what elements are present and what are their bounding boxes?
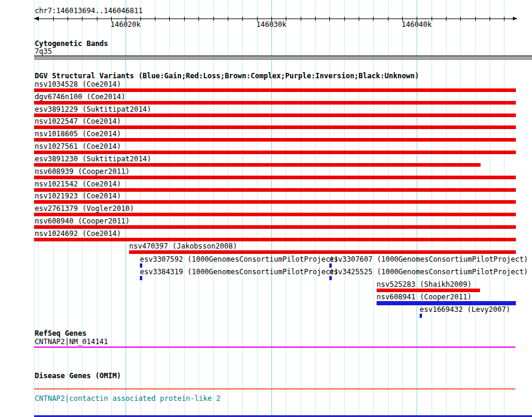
variant-tick-glyph[interactable] <box>420 314 422 318</box>
variant-label[interactable]: nsv525283 (Shaikh2009) <box>377 281 472 289</box>
ruler-tick <box>504 17 505 21</box>
gridline <box>388 0 389 417</box>
variant-label[interactable]: esv3891229 (Suktitipat2014) <box>35 106 151 114</box>
ruler-right-arrow-icon <box>513 17 517 20</box>
ruler-tick <box>198 17 199 21</box>
variant-tick-glyph[interactable] <box>329 263 332 268</box>
genome-browser-panel: chr7:146013694..146046811 146020k146030k… <box>0 0 532 417</box>
variant-bar-glyph[interactable] <box>34 176 516 179</box>
ruler-tick <box>315 17 316 21</box>
variant-label[interactable]: esv3891230 (Suktitipat2014) <box>35 155 151 163</box>
gridline <box>417 0 417 417</box>
variant-bar-glyph[interactable] <box>34 101 516 105</box>
ruler-tick <box>373 17 374 21</box>
variant-label[interactable]: esv3425525 (1000GenomesConsortiumPilotPr… <box>329 268 528 276</box>
ruler-axis-line <box>34 19 517 19</box>
ruler-tick <box>68 17 68 21</box>
ruler-tick <box>490 17 490 21</box>
gridline <box>228 0 228 417</box>
omim-gene-line[interactable] <box>34 388 515 390</box>
variant-label[interactable]: nsv1022547 (Coe2014) <box>35 118 121 125</box>
variant-label[interactable]: nsv470397 (Jakobsson2008) <box>129 243 237 250</box>
variant-bar-glyph[interactable] <box>34 213 516 216</box>
gridline <box>460 0 461 417</box>
ruler-tick <box>184 17 185 21</box>
variant-label[interactable]: nsv1021542 (Coe2014) <box>35 180 121 188</box>
ruler-tick <box>82 17 82 21</box>
variant-bar-glyph[interactable] <box>377 289 480 292</box>
ruler-tick <box>228 17 228 21</box>
ruler-left-arrow-icon <box>34 17 38 20</box>
ruler-tick <box>388 17 389 21</box>
variant-label[interactable]: nsv1034528 (Coe2014) <box>35 81 121 88</box>
gridline <box>344 0 345 417</box>
variant-label[interactable]: nsv1024692 (Coe2014) <box>35 230 121 238</box>
variant-label[interactable]: nsv1018605 (Coe2014) <box>35 130 121 138</box>
gridline <box>140 0 141 417</box>
gridline <box>504 0 505 417</box>
variant-bar-glyph[interactable] <box>34 151 516 154</box>
ruler-tick-label: 146020k <box>108 21 143 29</box>
variant-label[interactable]: nsv608941 (Cooper2011) <box>377 293 472 301</box>
gridline <box>359 0 359 417</box>
gridline <box>315 0 316 417</box>
gridline <box>402 0 403 417</box>
ruler-tick <box>329 17 330 21</box>
gridline <box>242 0 243 417</box>
ruler-tick <box>38 17 39 21</box>
cytogenetic-band-glyph[interactable] <box>34 56 532 60</box>
variant-label[interactable]: nsv608939 (Cooper2011) <box>35 168 130 176</box>
variant-bar-glyph[interactable] <box>34 125 516 129</box>
variant-bar-glyph[interactable] <box>34 238 516 241</box>
gridline <box>432 0 432 417</box>
gridline <box>301 0 301 417</box>
variant-label[interactable]: esv3384319 (1000GenomesConsortiumPilotPr… <box>140 268 338 276</box>
variant-tick-glyph[interactable] <box>140 276 142 280</box>
refseq-gene-line[interactable] <box>34 347 515 348</box>
variant-label[interactable]: nsv608940 (Cooper2011) <box>35 217 130 225</box>
ruler-tick <box>432 17 432 21</box>
gridline <box>329 0 330 417</box>
gridline <box>257 0 258 417</box>
gridline <box>475 0 476 417</box>
variant-label[interactable]: esv3307592 (1000GenomesConsortiumPilotPr… <box>140 256 338 263</box>
gridline <box>155 0 155 417</box>
variant-bar-glyph[interactable] <box>129 250 516 254</box>
ruler-tick <box>140 17 141 21</box>
gridline <box>213 0 214 417</box>
gridline <box>169 0 170 417</box>
variant-bar-glyph[interactable] <box>34 88 516 92</box>
variant-bar-glyph[interactable] <box>377 301 516 305</box>
variant-bar-glyph[interactable] <box>34 163 481 167</box>
variant-label[interactable]: esv3307607 (1000GenomesConsortiumPilotPr… <box>329 256 528 263</box>
omim-track-header: Disease Genes (OMIM) <box>35 372 121 380</box>
variant-label[interactable]: esv2761379 (Vogler2010) <box>35 205 134 213</box>
ruler-tick <box>155 17 155 21</box>
gridline <box>271 0 272 417</box>
variant-label[interactable]: nsv1021923 (Coe2014) <box>35 192 121 200</box>
ruler-tick <box>344 17 345 21</box>
variant-label[interactable]: esv1669432 (Levy2007) <box>420 306 510 314</box>
variant-label[interactable]: dgv6746n100 (Coe2014) <box>35 93 126 101</box>
ruler-tick <box>475 17 476 21</box>
cytogenetic-band-label: 7q35 <box>35 48 52 56</box>
variant-tick-glyph[interactable] <box>140 263 142 268</box>
gridline <box>490 0 490 417</box>
variant-bar-glyph[interactable] <box>34 138 516 142</box>
dgv-track-header: DGV Structural Variants (Blue:Gain;Red:L… <box>35 72 419 80</box>
ruler-tick <box>359 17 359 21</box>
ruler-tick <box>213 17 214 21</box>
ruler-tick <box>301 17 301 21</box>
ruler-tick <box>460 17 461 21</box>
ruler-tick <box>169 17 170 21</box>
refseq-gene-label: CNTNAP2|NM_014141 <box>35 338 108 346</box>
ruler-tick <box>53 17 54 21</box>
variant-bar-glyph[interactable] <box>34 200 516 204</box>
variant-label[interactable]: nsv1027561 (Coe2014) <box>35 143 121 151</box>
footer-gene-description: CNTNAP2|contactin associated protein-lik… <box>35 395 221 403</box>
refseq-genes-header: RefSeq Genes <box>35 330 87 338</box>
ruler-tick <box>97 17 97 21</box>
variant-bar-glyph[interactable] <box>34 225 516 229</box>
variant-tick-glyph[interactable] <box>329 276 332 280</box>
gridline <box>373 0 374 417</box>
